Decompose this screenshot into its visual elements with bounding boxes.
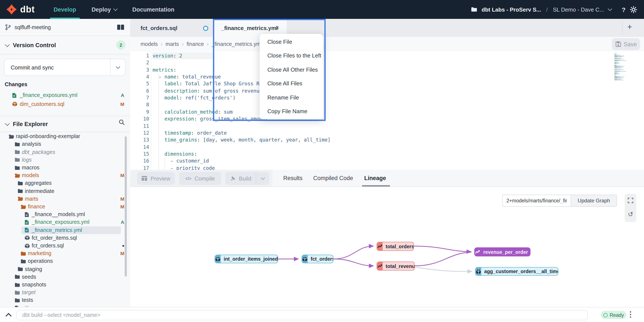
metric-trend-icon [475,248,480,256]
file-name: finance [28,204,45,210]
lineage-node-total_revenue[interactable]: total_revenue [377,261,415,270]
lineage-node-revenue_per_order[interactable]: revenue_per_order [474,247,530,256]
file-tree-item-models[interactable]: modelsM [0,171,130,179]
dbt-logo[interactable]: dbt [6,4,35,15]
model-cube-icon [476,267,481,275]
model-cube-icon [302,255,308,263]
kebab-menu-icon[interactable] [630,311,631,318]
file-tree-item-fct-orders-sql[interactable]: fct_orders.sql• [0,242,130,249]
lineage-node-int_order_items_joined[interactable]: int_order_items_joined [215,255,278,263]
file-tree-item-operations[interactable]: operations [0,257,130,265]
code-line-5: 5 label: Total Jaffle Shop Gross Revenue [130,80,644,88]
context-menu-item-close-all-other-files[interactable]: Close All Other Files [260,63,323,77]
file-tree-item-target[interactable]: target [0,288,130,296]
close-icon[interactable]: ✕ [276,25,279,31]
file-tree-item-aggregates[interactable]: aggregates [0,179,130,187]
nav-item-deploy[interactable]: Deploy [92,0,117,19]
file-tree-scrollbar[interactable] [125,136,127,276]
file-tree-item-dbt-packages[interactable]: dbt_packages [0,148,130,156]
file-tree-item-marts[interactable]: martsM [0,195,130,203]
git-status-badge: A [121,93,124,98]
reset-view-icon[interactable]: ↺ [628,211,633,218]
file-tree-item-rapid-onboarding-exemplar[interactable]: rapid-onboarding-exemplar [0,133,130,140]
unsaved-dot-icon [203,26,208,31]
line-number: 17 [130,164,149,170]
lineage-canvas[interactable]: int_order_items_joinedfct_orderstotal_or… [130,187,644,307]
chevron-down-icon [113,7,118,11]
preview-button[interactable]: Preview [137,172,175,185]
code-line-1: 1version: 2 [130,52,644,59]
breadcrumb-item[interactable]: finance [186,41,204,47]
file-tree-item-marketing[interactable]: marketingM [0,249,130,257]
search-icon[interactable] [119,119,125,126]
update-graph-button[interactable]: Update Graph [571,195,617,207]
changed-file-row[interactable]: _finance_exposures.ymlA [0,91,130,99]
code-line-15: 15 dimensions: [130,151,644,158]
nav-item-documentation[interactable]: Documentation [132,0,174,19]
context-menu-item-copy-file-name[interactable]: Copy File Name [260,104,323,118]
breadcrumb-separator: › [161,41,162,47]
chevron-up-icon[interactable] [6,313,12,319]
project-name[interactable]: SL Demo - Dave C... [553,6,604,13]
compile-button[interactable]: </> Compile [179,172,221,185]
editor-minimap[interactable] [614,53,627,82]
file-tree-item-gitignore[interactable]: gitignore [0,304,130,307]
lineage-tools: ↺ [625,194,636,222]
fullscreen-icon[interactable] [628,198,633,203]
lineage-filter-input[interactable] [502,195,571,207]
lineage-node-fct_orders[interactable]: fct_orders [302,255,333,263]
tab-lineage[interactable]: Lineage [364,170,386,186]
file-tree-item-fct-order-items-sql[interactable]: fct_order_items.sql [0,234,130,242]
folder-icon [18,267,23,271]
file-name: logs [22,157,32,163]
breadcrumb-item[interactable]: _finance_metrics.yml [212,41,262,47]
tab-fct-orders[interactable]: fct_orders.sql [130,19,213,37]
context-menu-item-close-file[interactable]: Close File [260,35,323,49]
sidebar: sqlfluff-meeting Version Control 2 Commi… [0,19,131,307]
commit-and-sync-button[interactable]: Commit and sync [4,59,126,76]
tab-compiled-code[interactable]: Compiled Code [313,170,353,186]
branch-name[interactable]: sqlfluff-meeting [14,24,51,30]
file-tree-item-tests[interactable]: tests [0,296,130,304]
new-tab-button[interactable]: + [627,22,632,32]
breadcrumb-item[interactable]: marts [166,41,179,47]
code-editor[interactable]: 1version: 223metrics:4 - name: total_rev… [130,52,644,170]
file-tree-item-intermediate[interactable]: intermediate [0,187,130,195]
build-button[interactable]: Build [226,172,269,185]
file-tree-item-analysis[interactable]: analysis [0,140,130,148]
line-number: 7 [130,94,149,101]
file-tree-item-staging[interactable]: staging [0,265,130,273]
file-tree-item-snapshots[interactable]: snapshots [0,281,130,288]
commit-options-split[interactable] [110,59,125,76]
file-name: dbt_packages [22,149,55,155]
context-menu-item-close-files-to-the-left[interactable]: Close Files to the Left [260,49,323,63]
breadcrumb-item[interactable]: models [140,41,158,47]
file-tree-item-logs[interactable]: logs [0,156,130,164]
account-chevron-down-icon[interactable] [608,7,612,11]
changed-file-row[interactable]: dim_customers.sqlM [0,100,130,108]
account-name[interactable]: dbt Labs - ProServ S... [482,6,541,13]
save-button[interactable]: Save [612,38,640,50]
tab-results[interactable]: Results [283,170,302,186]
open-folder-icon [20,204,26,209]
build-options-button[interactable] [256,177,269,179]
lineage-node-agg_customer_orders__all_time[interactable]: agg_customer_orders__all_time [475,267,558,276]
nav-item-develop[interactable]: Develop [54,0,76,19]
file-tree-item--finance-metrics-yml[interactable]: _finance_metrics.yml [0,226,130,234]
file-tree-item--finance-exposures-yml[interactable]: _finance_exposures.ymlA [0,218,130,226]
file-name: _finance_exposures.yml [32,219,90,225]
context-menu-item-rename-file[interactable]: Rename File [260,91,323,104]
version-control-header[interactable]: Version Control [0,36,130,55]
gear-icon[interactable] [630,6,637,13]
file-tree-item--finance-models-yml[interactable]: _finance__models.yml [0,210,130,218]
help-icon[interactable]: ? [622,6,626,13]
file-tree-item-macros[interactable]: macros [0,164,130,171]
file-tree-item-finance[interactable]: financeM [0,203,130,210]
docs-book-icon[interactable] [117,25,124,30]
file-tree-item-seeds[interactable]: seeds [0,273,130,281]
file-explorer-header[interactable]: File Explorer [0,116,130,132]
code-line-8: 8 [130,101,644,109]
lineage-node-total_orders[interactable]: total_orders [377,242,414,251]
dbt-command-input[interactable] [16,310,588,320]
context-menu-item-close-all-files[interactable]: Close All Files [260,77,323,91]
